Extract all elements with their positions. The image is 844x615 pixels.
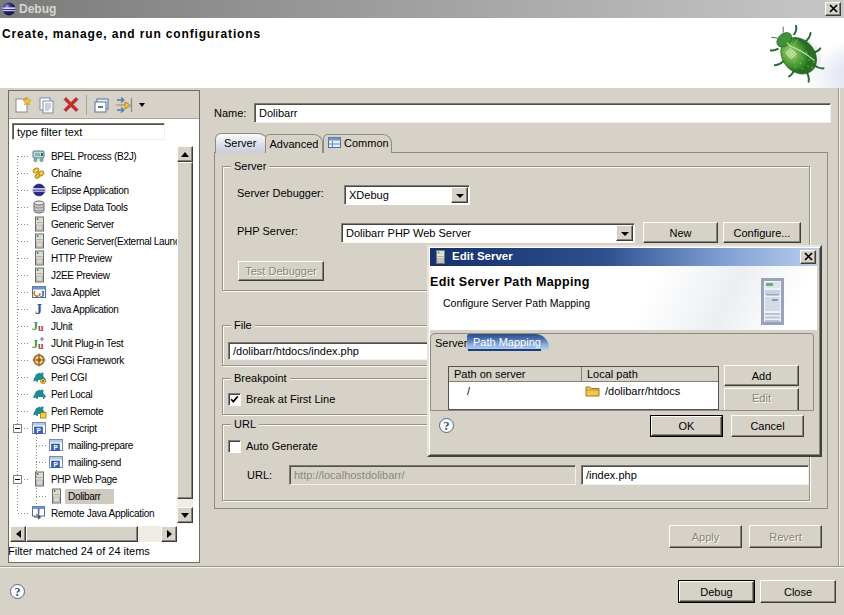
svg-text:P: P — [54, 444, 59, 451]
svg-text:u: u — [38, 322, 44, 333]
svg-text:u: u — [38, 340, 44, 351]
svg-text:J: J — [40, 289, 45, 299]
svg-text:J: J — [35, 302, 42, 317]
svg-text:P: P — [37, 427, 42, 434]
svg-text:P: P — [54, 461, 59, 468]
